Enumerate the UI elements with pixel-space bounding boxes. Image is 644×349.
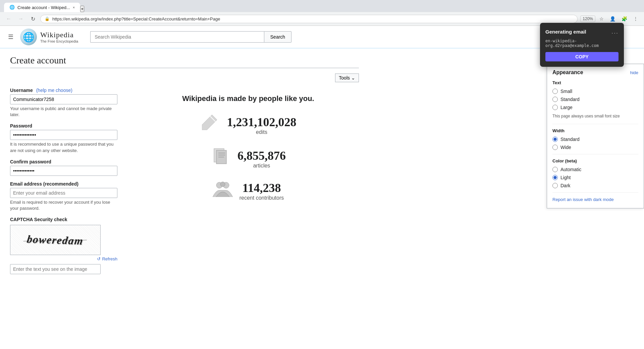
appearance-title: Appearance bbox=[552, 69, 583, 76]
articles-stat: 6,855,876 articles bbox=[211, 147, 286, 170]
width-group: Standard Wide bbox=[552, 137, 638, 150]
search-input[interactable] bbox=[90, 31, 264, 43]
confirm-password-input[interactable] bbox=[10, 166, 117, 176]
wiki-main: Create account Tools ⌄ Username (help me… bbox=[0, 48, 369, 281]
captcha-refresh-btn[interactable]: ↺ Refresh bbox=[97, 256, 117, 261]
menu-btn[interactable]: ⋮ bbox=[631, 15, 640, 23]
url-text: https://en.wikipedia.org/w/index.php?tit… bbox=[52, 16, 573, 21]
forward-btn[interactable]: → bbox=[16, 14, 25, 23]
automatic-color-radio[interactable] bbox=[552, 167, 558, 172]
profile-btn[interactable]: 👤 bbox=[608, 15, 618, 23]
dark-color-option[interactable]: Dark bbox=[552, 183, 638, 188]
light-color-label: Light bbox=[560, 175, 571, 180]
svg-point-7 bbox=[220, 182, 225, 187]
small-text-option[interactable]: Small bbox=[552, 89, 638, 94]
automatic-color-label: Automatic bbox=[560, 167, 581, 172]
automatic-color-option[interactable]: Automatic bbox=[552, 167, 638, 172]
pages-icon bbox=[211, 147, 231, 170]
email-field-group: Email address (recommended) Email is req… bbox=[10, 181, 117, 211]
large-text-radio[interactable] bbox=[552, 105, 558, 110]
divider-1 bbox=[552, 124, 638, 124]
large-text-label: Large bbox=[560, 105, 573, 110]
password-label-text: Password bbox=[10, 123, 32, 129]
articles-data: 6,855,876 articles bbox=[237, 149, 286, 169]
tools-dropdown-btn[interactable]: Tools ⌄ bbox=[335, 73, 359, 82]
new-tab-btn[interactable]: + bbox=[80, 6, 84, 12]
captcha-section: CAPTCHA Security check boweredam ↺ Refre… bbox=[10, 217, 117, 274]
refresh-icon: ↺ bbox=[97, 256, 101, 261]
wide-width-label: Wide bbox=[560, 145, 571, 150]
dark-color-radio[interactable] bbox=[552, 183, 558, 188]
dark-color-label: Dark bbox=[560, 183, 571, 188]
password-label: Password bbox=[10, 123, 117, 129]
light-color-option[interactable]: Light bbox=[552, 175, 638, 180]
standard-width-label: Standard bbox=[560, 137, 580, 142]
text-hint: This page always uses small font size bbox=[552, 113, 638, 119]
username-label: Username (help me choose) bbox=[10, 88, 117, 93]
active-tab[interactable]: 🌐 Create account - Wikiped... × bbox=[4, 3, 80, 12]
wide-width-radio[interactable] bbox=[552, 145, 558, 150]
contributors-stat: 114,238 recent contributors bbox=[213, 180, 284, 202]
pencil-icon bbox=[200, 113, 220, 137]
wiki-title: Wikipedia bbox=[40, 31, 78, 39]
password-input[interactable] bbox=[10, 130, 117, 140]
copy-email-btn[interactable]: COPY bbox=[545, 52, 619, 61]
appearance-panel: Appearance hide Text Small Standard Larg… bbox=[547, 64, 644, 208]
back-btn[interactable]: ← bbox=[4, 14, 13, 23]
email-label-text: Email address (recommended) bbox=[10, 181, 78, 187]
email-popup: Generating email ... en-wikipedia-org.d2… bbox=[540, 23, 624, 67]
confirm-password-field-group: Confirm password bbox=[10, 159, 117, 176]
captcha-image: boweredam bbox=[10, 225, 101, 255]
captcha-refresh-label: Refresh bbox=[102, 256, 117, 261]
confirm-label: Confirm password bbox=[10, 159, 117, 164]
wiki-logo[interactable]: 🌐 Wikipedia The Free Encyclopedia bbox=[20, 29, 78, 45]
large-text-option[interactable]: Large bbox=[552, 105, 638, 110]
wiki-globe-icon: 🌐 bbox=[20, 29, 37, 45]
captcha-input[interactable] bbox=[10, 264, 101, 274]
standard-text-label: Standard bbox=[560, 97, 580, 102]
report-dark-mode-link[interactable]: Report an issue with dark mode bbox=[552, 197, 638, 203]
tools-bar: Tools ⌄ bbox=[10, 73, 359, 82]
username-label-text: Username bbox=[10, 88, 33, 93]
stats-column: Wikipedia is made by people like you. 1,… bbox=[138, 88, 359, 274]
wiki-menu-btn[interactable]: ☰ bbox=[7, 32, 15, 42]
browser-tabs: 🌐 Create account - Wikiped... × + bbox=[4, 3, 640, 12]
username-input[interactable] bbox=[10, 94, 117, 104]
browser-chrome: 🌐 Create account - Wikiped... × + bbox=[0, 0, 644, 12]
tab-title: Create account - Wikiped... bbox=[17, 5, 70, 10]
color-section-label: Color (beta) bbox=[552, 158, 638, 163]
standard-text-radio[interactable] bbox=[552, 97, 558, 102]
bookmark-btn[interactable]: ☆ bbox=[597, 15, 606, 23]
help-me-choose-link[interactable]: (help me choose) bbox=[36, 88, 72, 93]
username-hint: Your username is public and cannot be ma… bbox=[10, 106, 117, 118]
wiki-search: Search bbox=[90, 31, 291, 43]
stats-headline: Wikipedia is made by people like you. bbox=[182, 94, 314, 103]
email-hint: Email is required to recover your accoun… bbox=[10, 199, 117, 211]
captcha-label: CAPTCHA Security check bbox=[10, 217, 117, 222]
reload-btn[interactable]: ↻ bbox=[28, 14, 38, 23]
form-column: Username (help me choose) Your username … bbox=[10, 88, 117, 274]
tools-chevron-icon: ⌄ bbox=[351, 75, 355, 81]
light-color-radio[interactable] bbox=[552, 175, 558, 180]
address-bar[interactable]: 🔒 https://en.wikipedia.org/w/index.php?t… bbox=[40, 15, 578, 23]
standard-width-option[interactable]: Standard bbox=[552, 137, 638, 142]
small-text-radio[interactable] bbox=[552, 89, 558, 94]
text-size-group: Small Standard Large bbox=[552, 89, 638, 110]
text-section-label: Text bbox=[552, 80, 638, 85]
extensions-btn[interactable]: 🧩 bbox=[620, 15, 629, 23]
captcha-refresh: ↺ Refresh bbox=[10, 256, 117, 261]
standard-text-option[interactable]: Standard bbox=[552, 97, 638, 102]
search-btn[interactable]: Search bbox=[264, 31, 291, 43]
standard-width-radio[interactable] bbox=[552, 137, 558, 142]
browser-right-icons: 120% ☆ 👤 🧩 ⋮ bbox=[580, 15, 640, 23]
email-input[interactable] bbox=[10, 188, 117, 198]
username-field-group: Username (help me choose) Your username … bbox=[10, 88, 117, 118]
edits-label: edits bbox=[227, 129, 297, 135]
email-popup-dots[interactable]: ... bbox=[611, 28, 619, 35]
appearance-hide-btn[interactable]: hide bbox=[630, 70, 638, 75]
tab-close-btn[interactable]: × bbox=[73, 5, 75, 9]
wide-width-option[interactable]: Wide bbox=[552, 145, 638, 150]
zoom-badge: 120% bbox=[580, 15, 595, 22]
appearance-header: Appearance hide bbox=[552, 69, 638, 76]
tab-favicon: 🌐 bbox=[9, 5, 15, 10]
